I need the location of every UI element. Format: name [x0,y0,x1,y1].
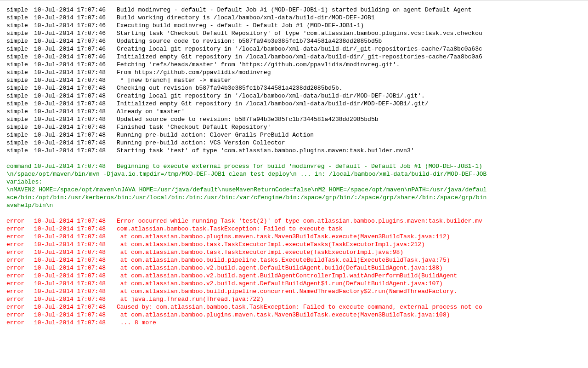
log-timestamp: 10-Jul-2014 17:07:48 [34,272,117,280]
log-level: simple [6,115,34,123]
log-timestamp: 10-Jul-2014 17:07:48 [34,319,117,327]
log-message: at com.atlassian.bamboo.v2.build.agent.D… [117,280,443,287]
log-timestamp: 10-Jul-2014 17:07:46 [34,37,117,45]
log-level: simple [6,45,34,53]
log-line-simple: simple10-Jul-2014 17:07:48Running pre-bu… [6,131,584,139]
log-level: simple [6,123,34,131]
log-level: simple [6,76,34,84]
log-level: command [6,162,34,170]
log-level: error [6,272,34,280]
log-line-simple: simple10-Jul-2014 17:07:48Running pre-bu… [6,139,584,147]
log-message: Initialized empty Git repository in /loc… [117,100,429,107]
log-timestamp: 10-Jul-2014 17:07:48 [34,139,117,147]
log-line-simple: simple10-Jul-2014 17:07:46Updating sourc… [6,37,584,45]
log-level: error [6,295,34,303]
log-message: at com.atlassian.bamboo.task.TaskExecuto… [117,241,425,248]
log-message: Creating local git repository in '/local… [117,46,482,52]
log-line-simple: simple10-Jul-2014 17:07:46Creating local… [6,45,584,53]
log-level: error [6,256,34,264]
log-level: error [6,288,34,295]
log-message: Creating local git repository in '/local… [117,92,425,99]
log-level: error [6,303,34,311]
log-message: Error occurred while running Task 'test(… [117,218,482,224]
log-message: Beginning to execute external process fo… [117,163,482,170]
log-level: simple [6,53,34,61]
log-message: com.atlassian.bamboo.task.TaskException:… [117,225,342,232]
log-line-simple: simple10-Jul-2014 17:07:46Build working … [6,14,584,22]
log-timestamp: 10-Jul-2014 17:07:48 [34,92,117,100]
log-timestamp: 10-Jul-2014 17:07:48 [34,256,117,264]
log-message: at com.atlassian.bamboo.v2.build.agent.B… [117,272,457,279]
log-line-simple: simple10-Jul-2014 17:07:46Starting task … [6,29,584,37]
log-message: Executing build modinvreg - default - De… [117,22,364,29]
log-message: Initialized empty Git repository in /loc… [117,53,482,60]
log-line-simple: simple10-Jul-2014 17:07:48Updated source… [6,115,584,123]
log-level: simple [6,100,34,108]
log-continuation: ace/bin:/opt/bin:/usr/kerberos/bin:/usr/… [6,194,584,201]
log-continuation: avahelp/bin\n [6,201,584,209]
log-level: simple [6,108,34,115]
log-timestamp: 10-Jul-2014 17:07:48 [34,303,117,311]
log-message: at com.atlassian.bamboo.build.pipeline.t… [117,257,450,264]
log-line-error: error10-Jul-2014 17:07:48 at com.atlassi… [6,280,584,288]
log-timestamp: 10-Jul-2014 17:07:48 [34,264,117,272]
log-level: simple [6,6,34,14]
log-level: simple [6,139,34,147]
log-continuation: \nMAVEN2_HOME=/space/opt/maven\nJAVA_HOM… [6,186,584,194]
log-timestamp: 10-Jul-2014 17:07:48 [34,288,117,295]
log-line-simple: simple10-Jul-2014 17:07:48Creating local… [6,92,584,100]
log-message: at com.atlassian.bamboo.task.TaskExecuto… [117,249,403,256]
log-timestamp: 10-Jul-2014 17:07:46 [34,22,117,29]
log-line-simple: simple10-Jul-2014 17:07:48Finished task … [6,123,584,131]
log-timestamp: 10-Jul-2014 17:07:48 [34,131,117,139]
log-level: error [6,241,34,248]
log-timestamp: 10-Jul-2014 17:07:46 [34,53,117,61]
log-timestamp: 10-Jul-2014 17:07:48 [34,123,117,131]
log-line-simple: simple10-Jul-2014 17:07:48 * [new branch… [6,76,584,84]
log-timestamp: 10-Jul-2014 17:07:48 [34,69,117,76]
log-timestamp: 10-Jul-2014 17:07:48 [34,280,117,288]
log-timestamp: 10-Jul-2014 17:07:48 [34,295,117,303]
log-continuation: \n/space/opt/maven/bin/mvn -Djava.io.tmp… [6,170,584,178]
log-line-simple: simple10-Jul-2014 17:07:46Build modinvre… [6,6,584,14]
log-line-error: error10-Jul-2014 17:07:48com.atlassian.b… [6,225,584,233]
log-message: Updated source code to revision: b587fa9… [117,116,379,123]
log-level: simple [6,147,34,155]
log-timestamp: 10-Jul-2014 17:07:46 [34,14,117,22]
log-level: error [6,225,34,233]
log-message: From https://github.com/ppavlidis/modinv… [117,69,271,76]
log-message: ... 8 more [117,319,156,326]
log-timestamp: 10-Jul-2014 17:07:48 [34,248,117,256]
log-message: Finished task 'Checkout Default Reposito… [117,124,271,131]
log-level: simple [6,37,34,45]
log-timestamp: 10-Jul-2014 17:07:48 [34,162,117,170]
log-level: simple [6,69,34,76]
log-message: Updating source code to revision: b587fa… [117,38,382,45]
log-line-error: error10-Jul-2014 17:07:48 at com.atlassi… [6,241,584,248]
log-message: Starting task 'Checkout Default Reposito… [117,30,482,37]
log-timestamp: 10-Jul-2014 17:07:48 [34,225,117,233]
log-level: simple [6,14,34,22]
log-timestamp: 10-Jul-2014 17:07:48 [34,217,117,225]
log-timestamp: 10-Jul-2014 17:07:48 [34,311,117,319]
log-timestamp: 10-Jul-2014 17:07:48 [34,108,117,115]
log-timestamp: 10-Jul-2014 17:07:48 [34,100,117,108]
log-level: simple [6,61,34,69]
log-timestamp: 10-Jul-2014 17:07:48 [34,84,117,92]
log-message: Already on 'master' [117,108,185,115]
log-line-error: error10-Jul-2014 17:07:48 at com.atlassi… [6,264,584,272]
log-timestamp: 10-Jul-2014 17:07:46 [34,61,117,69]
log-message: Build working directory is /local/bamboo… [117,14,375,21]
log-line-simple: simple10-Jul-2014 17:07:46Initialized em… [6,53,584,61]
log-level: simple [6,84,34,92]
log-spacer [6,155,584,162]
log-level: simple [6,92,34,100]
log-line-simple: simple10-Jul-2014 17:07:48Initialized em… [6,100,584,108]
log-level: error [6,248,34,256]
log-timestamp: 10-Jul-2014 17:07:46 [34,29,117,37]
log-level: error [6,233,34,241]
log-message: at com.atlassian.bamboo.plugins.maven.ta… [117,311,450,318]
log-timestamp: 10-Jul-2014 17:07:46 [34,6,117,14]
log-line-error: error10-Jul-2014 17:07:48 at java.lang.T… [6,295,584,303]
log-timestamp: 10-Jul-2014 17:07:46 [34,45,117,53]
